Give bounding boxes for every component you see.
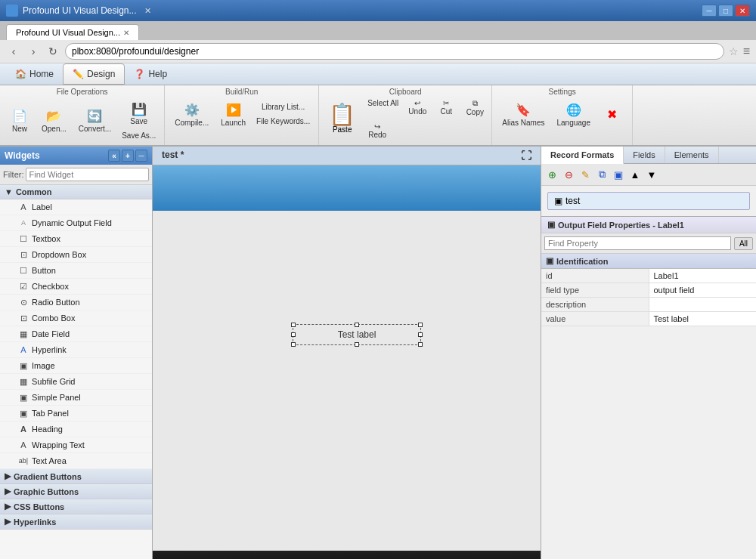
sidebar-remove-btn[interactable]: ─ <box>135 150 147 162</box>
address-input[interactable] <box>65 43 724 60</box>
resize-handle-br[interactable] <box>418 342 423 347</box>
home-nav-btn[interactable]: 🏠 Home <box>6 64 63 84</box>
tab-record-formats-label: Record Formats <box>550 150 614 159</box>
widget-item-tab-panel[interactable]: ▣ Tab Panel <box>0 406 152 422</box>
alias-names-btn[interactable]: 🔖 Alias Names <box>497 98 550 130</box>
rp-down-btn[interactable]: ▼ <box>644 167 659 182</box>
widget-item-datefield[interactable]: ▦ Date Field <box>0 326 152 342</box>
canvas-maximize-btn[interactable]: ⛶ <box>521 150 531 162</box>
minimize-btn[interactable]: ─ <box>702 5 717 17</box>
widget-item-combobox[interactable]: ⊡ Combo Box <box>0 310 152 326</box>
props-all-btn[interactable]: All <box>734 237 753 250</box>
props-value-description[interactable] <box>649 298 757 311</box>
file-ops-content: 📄 New 📂 Open... 🔄 Convert... 💾 Save Save… <box>2 97 163 144</box>
widget-item-label[interactable]: A Label <box>0 199 152 215</box>
tab-elements[interactable]: Elements <box>665 147 719 163</box>
forward-btn[interactable]: › <box>26 44 41 59</box>
widget-item-simple-panel[interactable]: ▣ Simple Panel <box>0 390 152 406</box>
widget-item-textbox[interactable]: ☐ Textbox <box>0 231 152 247</box>
rp-paste-btn[interactable]: ▣ <box>611 167 626 182</box>
undo-btn[interactable]: ↩ Undo <box>404 97 431 119</box>
refresh-btn[interactable]: ↻ <box>45 44 60 59</box>
resize-handle-ml[interactable] <box>291 332 296 337</box>
checkbox-icon: ☑ <box>18 281 29 292</box>
css-buttons-group-header[interactable]: ▶ CSS Buttons <box>0 499 152 514</box>
tab-record-formats[interactable]: Record Formats <box>541 147 624 164</box>
tab-close[interactable]: ✕ <box>144 6 151 16</box>
gradient-buttons-group-header[interactable]: ▶ Gradient Buttons <box>0 469 152 484</box>
canvas[interactable]: Test label <box>153 165 541 559</box>
widget-item-button[interactable]: ☐ Button <box>0 263 152 279</box>
hyperlinks-group-header[interactable]: ▶ Hyperlinks <box>0 514 152 530</box>
resize-handle-tr[interactable] <box>418 323 423 327</box>
select-all-btn[interactable]: Select All <box>364 97 402 119</box>
library-list-btn[interactable]: Library List... <box>253 100 314 113</box>
rp-add-btn[interactable]: ⊕ <box>544 167 559 182</box>
widget-item-heading[interactable]: A Heading <box>0 422 152 437</box>
tab-fields[interactable]: Fields <box>624 147 665 163</box>
canvas-widget-label[interactable]: Test label <box>293 324 421 345</box>
rp-copy-btn[interactable]: ⧉ <box>594 167 609 182</box>
rp-up-btn[interactable]: ▲ <box>627 167 643 182</box>
graphic-buttons-group-header[interactable]: ▶ Graphic Buttons <box>0 484 152 499</box>
help-nav-btn[interactable]: ❓ Help <box>125 64 176 84</box>
home-label: Home <box>29 69 54 79</box>
menu-icon[interactable]: ≡ <box>743 45 750 58</box>
prof-close-btn[interactable]: ✖ <box>597 103 627 125</box>
rp-edit-btn[interactable]: ✎ <box>578 167 593 182</box>
tab-close-btn[interactable]: ✕ <box>123 29 129 37</box>
widget-item-checkbox[interactable]: ☑ Checkbox <box>0 279 152 295</box>
save-btn[interactable]: 💾 Save <box>118 98 160 128</box>
back-btn[interactable]: ‹ <box>6 44 21 59</box>
resize-handle-mr[interactable] <box>418 332 423 337</box>
filter-input[interactable] <box>26 168 150 181</box>
save-as-btn[interactable]: Save As... <box>118 129 160 142</box>
alias-icon: 🔖 <box>515 101 531 118</box>
props-value-value[interactable]: Test label <box>649 312 757 326</box>
design-nav-btn[interactable]: ✏️ Design <box>63 63 125 85</box>
new-btn[interactable]: 📄 New <box>5 104 35 136</box>
bookmark-icon[interactable]: ☆ <box>729 45 739 57</box>
rp-remove-btn[interactable]: ⊖ <box>561 167 576 182</box>
props-filter-input[interactable] <box>544 236 731 250</box>
cut-btn[interactable]: ✂ Cut <box>432 97 460 119</box>
file-keywords-btn[interactable]: File Keywords... <box>253 115 314 128</box>
sidebar-collapse-btn[interactable]: « <box>108 150 120 162</box>
props-value-field-type[interactable]: output field <box>649 283 757 297</box>
widget-item-textarea[interactable]: ab| Text Area <box>0 453 152 469</box>
widget-item-subfile-grid[interactable]: ▦ Subfile Grid <box>0 374 152 390</box>
widget-item-dropdown[interactable]: ⊡ Dropdown Box <box>0 247 152 263</box>
widget-item-hyperlink[interactable]: A Hyperlink <box>0 342 152 358</box>
resize-handle-bm[interactable] <box>355 342 359 347</box>
close-btn[interactable]: ✕ <box>735 5 750 17</box>
compile-btn[interactable]: ⚙️ Compile... <box>169 98 214 130</box>
launch-btn[interactable]: ▶️ Launch <box>215 98 251 130</box>
widget-item-dynamic-output[interactable]: A Dynamic Output Field <box>0 215 152 231</box>
compile-icon: ⚙️ <box>184 101 200 118</box>
props-value-id[interactable]: Label1 <box>649 269 757 283</box>
canvas-body[interactable]: Test label <box>153 211 541 551</box>
image-icon: ▣ <box>18 360 29 371</box>
language-btn[interactable]: 🌐 Language <box>551 98 596 130</box>
widget-item-radio[interactable]: ⊙ Radio Button <box>0 295 152 310</box>
filter-row: Filter: <box>0 165 152 185</box>
convert-btn[interactable]: 🔄 Convert... <box>73 104 116 136</box>
paste-btn[interactable]: 📋 Paste <box>322 100 362 137</box>
redo-btn[interactable]: ↪ Redo <box>364 120 391 141</box>
widget-item-wrapping-text[interactable]: A Wrapping Text <box>0 437 152 453</box>
copy-btn[interactable]: ⧉ Copy <box>461 97 488 119</box>
sidebar-add-btn[interactable]: + <box>122 150 134 162</box>
settings-content: 🔖 Alias Names 🌐 Language ✖ <box>494 97 631 131</box>
maximize-btn[interactable]: □ <box>718 5 733 17</box>
resize-handle-bl[interactable] <box>291 342 296 347</box>
props-row-description: description <box>541 298 756 312</box>
resize-handle-tm[interactable] <box>355 323 359 327</box>
open-btn[interactable]: 📂 Open... <box>36 104 72 136</box>
widget-item-image[interactable]: ▣ Image <box>0 358 152 374</box>
hyperlinks-group-label: Hyperlinks <box>14 517 56 527</box>
resize-handle-tl[interactable] <box>291 323 296 327</box>
tree-item-test[interactable]: ▣ test <box>547 192 750 210</box>
common-group-header[interactable]: ▼ Common <box>0 185 152 199</box>
props-row-id: id Label1 <box>541 269 756 283</box>
browser-tab[interactable]: Profound UI Visual Design... ✕ <box>6 24 139 40</box>
